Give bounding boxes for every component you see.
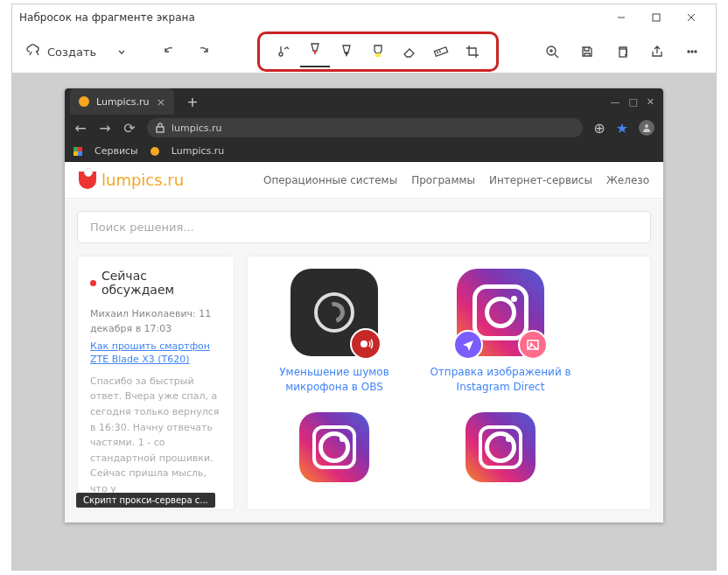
create-label: Создать (47, 46, 96, 59)
tab-close-icon[interactable]: × (156, 95, 165, 109)
br-minimize-icon[interactable]: — (610, 96, 620, 108)
br-maximize-icon[interactable]: □ (628, 96, 637, 108)
instagram-thumb-small (299, 412, 369, 482)
window-title: Набросок на фрагменте экрана (19, 11, 604, 24)
svg-point-18 (360, 340, 368, 347)
svg-rect-4 (375, 53, 381, 57)
svg-rect-16 (157, 127, 164, 132)
pencil-button[interactable] (332, 36, 361, 67)
url-text: lumpics.ru (172, 123, 222, 134)
search-row: Поиск решения... (65, 199, 663, 256)
snip-icon (26, 43, 42, 60)
instagram-logo-icon (472, 284, 528, 340)
main-nav: Операционные системы Программы Интернет-… (263, 174, 649, 186)
webpage: lumpics.ru Операционные системы Программ… (65, 162, 663, 522)
bookmark-lumpics[interactable]: Lumpics.ru (172, 145, 224, 157)
zoom-button[interactable] (537, 36, 567, 67)
new-snip-dropdown[interactable] (107, 36, 136, 67)
favicon-icon (79, 96, 89, 107)
logo-text: lumpics.ru (102, 171, 184, 189)
forward-icon[interactable]: → (98, 120, 112, 137)
svg-point-13 (688, 51, 690, 53)
svg-line-7 (439, 50, 440, 53)
obs-logo-icon (314, 292, 354, 333)
back-icon[interactable]: ← (74, 120, 88, 137)
undo-button[interactable] (154, 36, 184, 67)
card-title: Уменьшение шумов микрофона в OBS (260, 365, 409, 395)
comment-link[interactable]: Как прошить смартфон ZTE Blade X3 (T620) (90, 340, 221, 367)
search-input[interactable]: Поиск решения... (77, 211, 651, 243)
new-tab-button[interactable]: + (186, 94, 198, 110)
share-button[interactable] (642, 36, 672, 67)
url-bar[interactable]: lumpics.ru (147, 118, 583, 137)
save-button[interactable] (572, 36, 602, 67)
br-close-icon[interactable]: ✕ (647, 96, 654, 108)
comment-meta: Михаил Николаевич: 11 декабря в 17:03 (90, 307, 221, 336)
canvas-area: Lumpics.ru × + — □ ✕ ← → ⟳ (12, 73, 716, 570)
bookmarks-bar: Сервисы Lumpics.ru (65, 141, 663, 162)
minimize-button[interactable] (604, 5, 639, 30)
apps-icon[interactable] (74, 147, 82, 156)
tab-title: Lumpics.ru (96, 96, 149, 108)
titlebar: Набросок на фрагменте экрана (12, 4, 716, 31)
nav-link[interactable]: Операционные системы (263, 174, 397, 186)
comment-body: Спасибо за быстрый ответ. Вчера уже спал… (90, 374, 221, 497)
svg-point-15 (695, 51, 696, 53)
lock-icon (156, 120, 164, 137)
redo-button[interactable] (189, 36, 219, 67)
instagram-thumb (457, 269, 544, 356)
svg-point-14 (691, 51, 693, 53)
discuss-widget: Сейчас обсуждаем Михаил Николаевич: 11 д… (77, 256, 234, 510)
highlighter-button[interactable] (363, 36, 393, 67)
bookmark-favicon (150, 147, 159, 156)
article-card[interactable]: Отправка изображений в Instagram Direct (426, 269, 575, 395)
screenshot-content: Lumpics.ru × + — □ ✕ ← → ⟳ (65, 88, 663, 522)
page-header: lumpics.ru Операционные системы Программ… (65, 162, 663, 199)
nav-link[interactable]: Железо (606, 174, 649, 186)
article-card[interactable] (260, 412, 409, 482)
address-bar-row: ← → ⟳ lumpics.ru ⊕ ★ (65, 115, 663, 141)
nav-link[interactable]: Программы (411, 174, 475, 186)
obs-thumb (290, 269, 378, 356)
live-dot-icon (90, 280, 96, 286)
reload-icon[interactable]: ⟳ (122, 120, 136, 137)
close-button[interactable] (674, 5, 709, 30)
nav-link[interactable]: Интернет-сервисы (489, 174, 592, 186)
logo-icon (79, 172, 96, 189)
svg-line-9 (555, 54, 558, 58)
svg-point-17 (645, 124, 648, 128)
more-button[interactable] (677, 36, 707, 67)
new-snip-button[interactable]: Создать (21, 36, 102, 67)
articles-grid: Уменьшение шумов микрофона в OBS Отправк… (247, 256, 651, 510)
article-card[interactable]: Уменьшение шумов микрофона в OBS (260, 269, 409, 395)
card-title: Отправка изображений в Instagram Direct (426, 365, 575, 395)
snip-sketch-window: Набросок на фрагменте экрана Создать (11, 4, 717, 571)
proxy-tooltip: Скрипт прокси-сервера с... (76, 493, 215, 508)
image-badge-icon (518, 330, 548, 360)
svg-rect-12 (620, 49, 626, 57)
svg-line-6 (438, 51, 438, 53)
article-card[interactable] (426, 412, 575, 482)
bookmark-services[interactable]: Сервисы (94, 145, 138, 157)
browser-tab[interactable]: Lumpics.ru × (70, 88, 174, 115)
touch-writing-button[interactable] (269, 36, 298, 67)
mic-badge-icon (350, 328, 382, 360)
browser-tabs: Lumpics.ru × + — □ ✕ (65, 88, 663, 115)
instagram-thumb-small (466, 412, 536, 482)
bookmark-star-icon[interactable]: ★ (616, 120, 628, 137)
search-icon[interactable]: ⊕ (593, 120, 605, 137)
ballpoint-pen-button[interactable] (300, 36, 330, 67)
svg-rect-1 (653, 14, 660, 21)
eraser-button[interactable] (395, 36, 424, 67)
maximize-button[interactable] (639, 5, 674, 30)
site-logo[interactable]: lumpics.ru (79, 171, 184, 189)
copy-button[interactable] (607, 36, 637, 67)
profile-button[interactable] (639, 120, 654, 136)
toolbar: Создать (12, 31, 716, 73)
send-badge-icon (453, 330, 483, 360)
annotation-tools-highlight (257, 32, 499, 72)
svg-rect-5 (434, 47, 447, 56)
discuss-heading: Сейчас обсуждаем (90, 269, 221, 297)
ruler-button[interactable] (426, 36, 456, 67)
crop-button[interactable] (458, 36, 487, 67)
